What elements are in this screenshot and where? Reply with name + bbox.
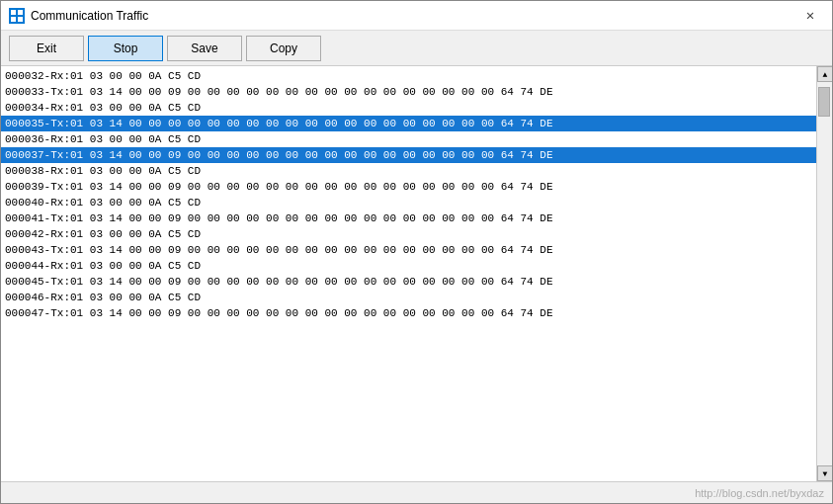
log-line[interactable]: 000034-Rx:01 03 00 00 0A C5 CD: [1, 100, 816, 116]
svg-rect-2: [11, 17, 16, 22]
exit-button[interactable]: Exit: [9, 36, 84, 61]
log-container[interactable]: 000032-Rx:01 03 00 00 0A C5 CD000033-Tx:…: [1, 66, 816, 481]
log-line[interactable]: 000041-Tx:01 03 14 00 00 09 00 00 00 00 …: [1, 210, 816, 226]
svg-rect-3: [18, 17, 23, 22]
scrollbar-vertical[interactable]: ▲ ▼: [816, 66, 832, 481]
log-line[interactable]: 000035-Tx:01 03 14 00 00 00 00 00 00 00 …: [1, 116, 816, 131]
network-icon: [11, 10, 23, 22]
scroll-track: [817, 82, 832, 465]
log-line[interactable]: 000046-Rx:01 03 00 00 0A C5 CD: [1, 290, 816, 305]
svg-rect-1: [18, 10, 23, 15]
log-line[interactable]: 000037-Tx:01 03 14 00 00 09 00 00 00 00 …: [1, 147, 816, 163]
save-button[interactable]: Save: [167, 36, 242, 61]
svg-rect-0: [11, 10, 16, 15]
toolbar: Exit Stop Save Copy: [1, 31, 832, 66]
log-line[interactable]: 000036-Rx:01 03 00 00 0A C5 CD: [1, 131, 816, 147]
log-line[interactable]: 000044-Rx:01 03 00 00 0A C5 CD: [1, 258, 816, 274]
log-line[interactable]: 000032-Rx:01 03 00 00 0A C5 CD: [1, 68, 816, 84]
main-window: Communication Traffic ✕ Exit Stop Save C…: [0, 0, 833, 504]
window-title: Communication Traffic: [31, 9, 796, 23]
window-icon: [9, 8, 25, 24]
stop-button[interactable]: Stop: [88, 36, 163, 61]
scroll-up-button[interactable]: ▲: [817, 66, 832, 82]
close-button[interactable]: ✕: [796, 2, 824, 30]
log-line[interactable]: 000038-Rx:01 03 00 00 0A C5 CD: [1, 163, 816, 179]
content-area: 000032-Rx:01 03 00 00 0A C5 CD000033-Tx:…: [1, 66, 832, 481]
copy-button[interactable]: Copy: [246, 36, 321, 61]
log-line[interactable]: 000042-Rx:01 03 00 00 0A C5 CD: [1, 226, 816, 242]
scroll-down-button[interactable]: ▼: [817, 465, 832, 481]
log-line[interactable]: 000043-Tx:01 03 14 00 00 09 00 00 00 00 …: [1, 242, 816, 258]
status-bar: http://blog.csdn.net/byxdaz: [1, 481, 832, 503]
title-bar: Communication Traffic ✕: [1, 1, 832, 31]
log-line[interactable]: 000047-Tx:01 03 14 00 00 09 00 00 00 00 …: [1, 305, 816, 321]
log-line[interactable]: 000033-Tx:01 03 14 00 00 09 00 00 00 00 …: [1, 84, 816, 100]
scroll-thumb[interactable]: [818, 87, 830, 117]
log-line[interactable]: 000039-Tx:01 03 14 00 00 09 00 00 00 00 …: [1, 179, 816, 195]
log-line[interactable]: 000040-Rx:01 03 00 00 0A C5 CD: [1, 195, 816, 210]
log-line[interactable]: 000045-Tx:01 03 14 00 00 09 00 00 00 00 …: [1, 274, 816, 290]
watermark-text: http://blog.csdn.net/byxdaz: [695, 487, 824, 499]
